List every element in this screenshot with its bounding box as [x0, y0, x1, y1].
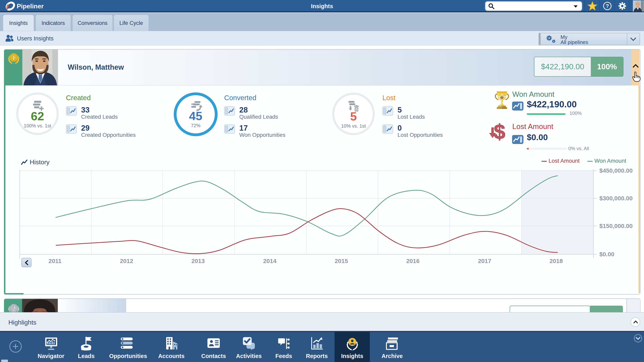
svg-text:2012: 2012	[120, 258, 133, 264]
svg-text:2017: 2017	[478, 258, 491, 264]
svg-text:2014: 2014	[263, 258, 276, 264]
svg-text:$150,000.00: $150,000.00	[599, 223, 633, 229]
svg-text:$450,000.00: $450,000.00	[599, 167, 633, 174]
svg-text:$0.00: $0.00	[599, 251, 614, 258]
svg-text:2016: 2016	[406, 258, 420, 264]
svg-text:$300,000.00: $300,000.00	[599, 195, 633, 202]
svg-text:2015: 2015	[335, 258, 348, 264]
svg-text:?: ?	[606, 3, 609, 9]
svg-text:2: 2	[12, 305, 16, 312]
svg-text:2011: 2011	[48, 258, 61, 264]
svg-text:2018: 2018	[550, 258, 563, 264]
svg-text:2013: 2013	[192, 258, 205, 264]
